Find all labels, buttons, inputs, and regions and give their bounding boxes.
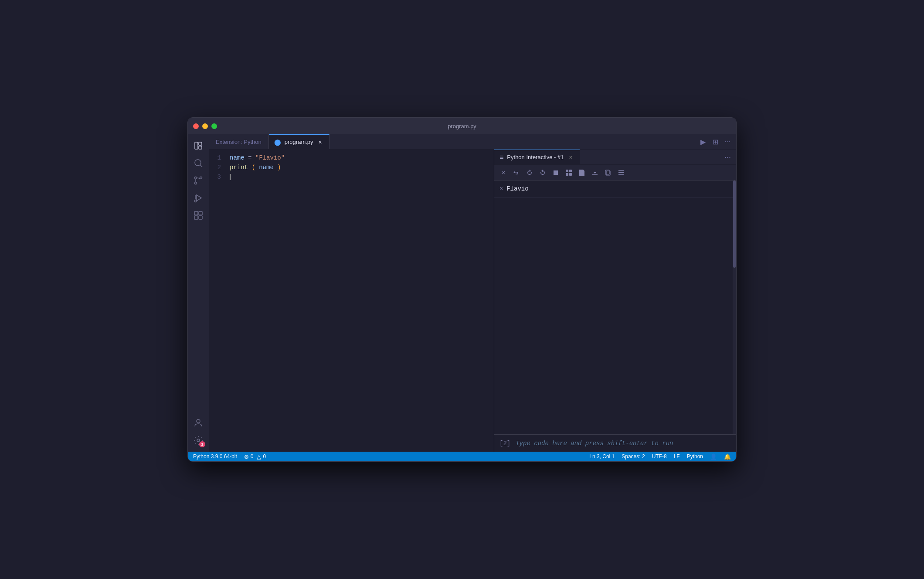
sidebar-item-extensions[interactable] (190, 208, 206, 223)
status-bar-left: Python 3.9.0 64-bit ⊗ 0 △ 0 (193, 453, 266, 460)
interactive-input-area[interactable]: [2] Type code here and press shift-enter… (494, 434, 736, 452)
svg-marker-9 (197, 195, 201, 201)
sidebar-item-settings[interactable]: 1 (190, 433, 206, 448)
more-actions-button[interactable]: ··· (722, 136, 733, 147)
code-editor[interactable]: 1 2 3 name = "Flavio" print (209, 150, 494, 452)
interactive-tab-bar: ≡ Python Interactive - #1 × ··· (494, 150, 736, 165)
window-title: program.py (448, 123, 476, 129)
settings-badge: 1 (199, 441, 205, 447)
close-button[interactable] (193, 123, 199, 129)
svg-line-4 (200, 165, 203, 167)
python-version-label: Python 3.9.0 64-bit (193, 453, 237, 460)
interactive-toolbar: × (494, 165, 736, 181)
line-col-item[interactable]: Ln 3, Col 1 (589, 453, 615, 460)
interactive-tab-label: Python Interactive - #1 (507, 154, 564, 160)
line-numbers: 1 2 3 (209, 153, 226, 448)
feedback-icon: 👤 (710, 453, 717, 460)
svg-rect-18 (554, 170, 558, 175)
output-cell-1: × Flavio (494, 181, 736, 198)
line-col-label: Ln 3, Col 1 (589, 453, 615, 460)
run-button[interactable]: ▶ (698, 136, 708, 147)
feedback-item[interactable]: 👤 (710, 453, 717, 460)
editor-split: 1 2 3 name = "Flavio" print (209, 150, 736, 452)
tab-actions: ▶ ⊞ ··· (694, 136, 736, 147)
svg-rect-14 (199, 216, 202, 219)
line-ending-item[interactable]: LF (674, 453, 680, 460)
svg-rect-0 (195, 142, 198, 149)
svg-rect-21 (566, 173, 568, 176)
svg-rect-26 (618, 170, 624, 171)
output-cell-close[interactable]: × (499, 185, 503, 192)
output-text: Flavio (506, 184, 528, 194)
toolbar-export-button[interactable] (589, 167, 601, 178)
svg-rect-2 (199, 146, 202, 149)
code-lines: name = "Flavio" print ( name ) (226, 153, 494, 448)
toolbar-undo1-button[interactable] (511, 167, 522, 178)
interactive-tab-icon: ≡ (499, 153, 503, 161)
error-icon: ⊗ (244, 453, 249, 460)
interactive-output: × Flavio (494, 181, 736, 434)
encoding-item[interactable]: UTF-8 (652, 453, 667, 460)
toolbar-stop-button[interactable] (550, 167, 561, 178)
code-content: 1 2 3 name = "Flavio" print (209, 150, 494, 452)
minimize-button[interactable] (202, 123, 208, 129)
errors-item[interactable]: ⊗ 0 △ 0 (244, 453, 266, 460)
svg-point-10 (194, 200, 197, 202)
toolbar-copy-button[interactable] (602, 167, 614, 178)
text-cursor (230, 174, 231, 180)
spaces-item[interactable]: Spaces: 2 (622, 453, 645, 460)
sidebar-item-explorer[interactable] (190, 138, 206, 153)
svg-rect-20 (569, 170, 572, 172)
svg-rect-25 (618, 172, 624, 173)
tab-bar: Extension: Python ⬤ program.py × ▶ ⊞ ··· (209, 134, 736, 150)
toolbar-collapse-button[interactable] (615, 167, 627, 178)
code-line-3 (230, 172, 490, 182)
tab-label: program.py (285, 139, 313, 145)
interactive-tab-close[interactable]: × (567, 153, 574, 162)
toolbar-close-button[interactable]: × (498, 167, 509, 178)
toolbar-undo2-button[interactable] (524, 167, 535, 178)
titlebar: program.py (188, 118, 736, 134)
svg-rect-12 (194, 211, 198, 215)
status-bar: Python 3.9.0 64-bit ⊗ 0 △ 0 Ln 3, Col 1 … (188, 452, 736, 461)
code-line-1: name = "Flavio" (230, 153, 490, 163)
bell-icon: 🔔 (724, 453, 731, 460)
split-editor-button[interactable]: ⊞ (710, 136, 720, 147)
status-bar-right: Ln 3, Col 1 Spaces: 2 UTF-8 LF Python 👤 … (589, 453, 731, 460)
main-area: 1 Extension: Python ⬤ program.py × ▶ ⊞ ·… (188, 134, 736, 452)
traffic-lights (193, 123, 217, 129)
svg-rect-13 (199, 211, 202, 215)
spaces-label: Spaces: 2 (622, 453, 645, 460)
tab-program-py[interactable]: ⬤ program.py × (269, 134, 330, 149)
sidebar-item-account[interactable] (190, 415, 206, 431)
line-number-2: 2 (214, 163, 221, 172)
sidebar-item-source-control[interactable] (190, 173, 206, 188)
interactive-scrollbar[interactable] (733, 181, 736, 434)
encoding-label: UTF-8 (652, 453, 667, 460)
input-prompt: [2] (499, 440, 510, 447)
svg-rect-19 (566, 170, 568, 172)
sidebar-item-run-debug[interactable] (190, 190, 206, 206)
svg-point-7 (195, 182, 197, 184)
toolbar-redo-button[interactable] (537, 167, 548, 178)
interactive-panel: ≡ Python Interactive - #1 × ··· × (494, 150, 736, 452)
tab-close-button[interactable]: × (317, 138, 324, 146)
line-ending-label: LF (674, 453, 680, 460)
input-placeholder: Type code here and press shift-enter to … (516, 440, 673, 447)
toolbar-save-button[interactable] (576, 167, 588, 178)
notifications-item[interactable]: 🔔 (724, 453, 731, 460)
svg-rect-22 (569, 173, 572, 176)
language-label: Python (687, 453, 703, 460)
vscode-window: program.py (187, 117, 737, 462)
interactive-more-button[interactable]: ··· (723, 152, 733, 163)
tab-python-interactive[interactable]: ≡ Python Interactive - #1 × (494, 150, 580, 164)
maximize-button[interactable] (211, 123, 217, 129)
svg-rect-27 (618, 174, 624, 175)
file-icon: ⬤ (274, 139, 281, 146)
activity-bar: 1 (188, 134, 209, 452)
sidebar-item-search[interactable] (190, 155, 206, 171)
python-version-item[interactable]: Python 3.9.0 64-bit (193, 453, 237, 460)
scrollbar-thumb[interactable] (733, 181, 736, 268)
toolbar-grid-button[interactable] (563, 167, 574, 178)
language-item[interactable]: Python (687, 453, 703, 460)
